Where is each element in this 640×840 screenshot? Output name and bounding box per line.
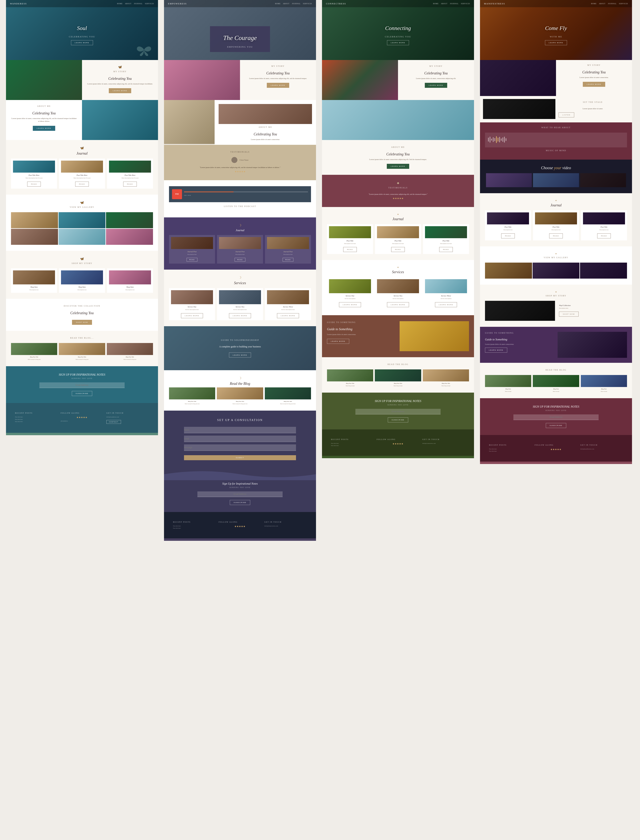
journal-card3-btn-col4[interactable]: READ — [597, 234, 611, 238]
newsletter-btn-col2[interactable]: SUBSCRIBE — [230, 500, 250, 505]
hero-section-col4: MANIFESTRESS HOME ABOUT JOURNAL SERVICES… — [480, 0, 632, 60]
journal-card3-btn-col3[interactable]: READ — [439, 247, 453, 252]
blog-item1-col3: Blog Post Title Short blog excerpt — [327, 370, 373, 387]
mystory-btn-col2[interactable]: LEARN MORE — [267, 83, 290, 88]
service-card1-btn-col3[interactable]: LEARN MORE — [339, 302, 361, 307]
journal-cards-col2: Journal Post Description here READ Journ… — [169, 235, 311, 264]
guide-btn-col2[interactable]: LEARN MORE — [229, 352, 251, 357]
footer-recent-text-col1: Post title herePost title herePost title… — [15, 416, 58, 423]
nav-about-col2[interactable]: ABOUT — [283, 3, 290, 5]
journal-card1-title-col2: Journal Post — [171, 251, 213, 253]
nav-services-col4[interactable]: SERVICES — [619, 3, 628, 5]
newsletter-input-col2[interactable] — [197, 491, 283, 497]
about-section-col2: About Me Celebrating You Lorem ipsum dol… — [164, 100, 316, 145]
shop-btn-col4[interactable]: SHOP NOW — [559, 312, 579, 317]
journal-cards-col4: Post Title Description text READ Post Ti… — [485, 210, 627, 240]
service-card3-btn-col2[interactable]: LEARN MORE — [277, 313, 299, 318]
service-card2-btn-col3[interactable]: LEARN MORE — [387, 302, 409, 307]
nav-journal-col2[interactable]: JOURNAL — [292, 3, 301, 5]
nav-home-col3[interactable]: HOME — [433, 3, 438, 5]
blog-section-col4: READ THE BLOG Blog Post Short excerpt Bl… — [480, 363, 632, 398]
hero-btn-col3[interactable]: LEARN MORE — [387, 40, 409, 45]
journal-card1-col2: Journal Post Description here READ — [169, 235, 215, 264]
nav-journal-col1[interactable]: JOURNAL — [134, 3, 142, 5]
nav-journal-col4[interactable]: JOURNAL — [608, 3, 616, 5]
video-thumb2-col4[interactable] — [533, 173, 579, 187]
nav-about-col1[interactable]: ABOUT — [125, 3, 131, 5]
guide-section-col4: GUIDE TO SOMETHING Guide to Something Lo… — [480, 327, 632, 363]
services-title-col2: Services — [169, 281, 311, 285]
music-btn-col4[interactable]: LISTEN — [558, 112, 574, 117]
hero-btn-col1[interactable]: LEARN MORE — [71, 40, 93, 45]
journal-card3-btn-col1[interactable]: READ — [123, 182, 137, 187]
footer-col1: Recent Posts Post title herePost title h… — [6, 403, 158, 433]
about-label-col3: ABOUT ME — [327, 146, 469, 148]
about-btn-col1[interactable]: LEARN MORE — [33, 126, 55, 131]
blog-img2-col1 — [59, 343, 105, 355]
nav-journal-col3[interactable]: JOURNAL — [450, 3, 458, 5]
blog-img3-col4 — [581, 375, 627, 387]
newsletter-btn-col3[interactable]: SUBSCRIBE — [388, 418, 408, 422]
guide-btn-col3[interactable]: LEARN MORE — [327, 339, 349, 344]
journal-card2-btn-col3[interactable]: READ — [391, 247, 405, 252]
nav-services-col2[interactable]: SERVICES — [303, 3, 312, 5]
footer-contact-text-col3: hello@connectress.com — [422, 442, 465, 445]
video-thumb3-col4[interactable] — [580, 173, 626, 187]
nav-about-col3[interactable]: ABOUT — [441, 3, 448, 5]
footer-contact-btn-col1[interactable]: CONTACT — [106, 420, 121, 424]
guide-btn-col4[interactable]: LEARN MORE — [485, 347, 507, 353]
journal-card1-btn-col3[interactable]: READ — [343, 247, 357, 252]
service-card1-btn-col2[interactable]: LEARN MORE — [181, 313, 203, 318]
newsletter-input-col4[interactable] — [514, 414, 598, 420]
shop-item-text-col4: Description here — [559, 307, 625, 309]
video-thumb1-col4[interactable] — [486, 173, 532, 187]
nav-home-col4[interactable]: HOME — [591, 3, 597, 5]
nav-bar-col4: MANIFESTRESS HOME ABOUT JOURNAL SERVICES — [480, 0, 632, 7]
journal-card1-title-col1: Post Title Here — [13, 174, 55, 176]
mystory-img-col1 — [6, 60, 82, 100]
newsletter-input-col3[interactable] — [355, 409, 441, 414]
journal-card2-btn-col2[interactable]: READ — [235, 258, 245, 262]
nav-services-col1[interactable]: SERVICES — [145, 3, 154, 5]
journal-section-col4: ✦ Journal Post Title Description text RE… — [480, 193, 632, 246]
consultation-message-col2[interactable] — [184, 445, 296, 451]
gallery-img2-col4 — [533, 262, 579, 278]
nav-about-col4[interactable]: ABOUT — [599, 3, 606, 5]
blog-row-col2: Blog Post Title Short excerpt for blog p… — [169, 387, 311, 405]
blog-text2-col2: Short excerpt for blog post two — [217, 403, 263, 405]
blog-label-col1: READ THE BLOG... — [11, 337, 153, 339]
about-section-col1: ABOUT ME Celebrating You Lorem ipsum dol… — [6, 100, 158, 140]
service-card2-text-col3: Service description — [377, 298, 419, 300]
journal-card3-btn-col2[interactable]: READ — [283, 258, 293, 262]
blog-text1-col3: Short blog excerpt — [327, 385, 373, 387]
mystory-btn-col4[interactable]: LEARN MORE — [583, 82, 605, 87]
discover-btn-col1[interactable]: SHOP NOW — [72, 320, 92, 325]
newsletter-input-col1[interactable] — [39, 382, 125, 388]
service-card2-text-col2: Service description here — [219, 309, 261, 311]
hero-btn-col4[interactable]: LEARN MORE — [545, 40, 567, 45]
mystory-btn-col3[interactable]: LEARN MORE — [425, 83, 447, 88]
journal-card2-btn-col4[interactable]: READ — [549, 234, 563, 238]
footer-recent-text-col2: Post title herePost title here — [173, 525, 216, 530]
nav-home-col1[interactable]: HOME — [117, 3, 123, 5]
journal-card2-btn-col1[interactable]: READ — [75, 182, 89, 187]
newsletter-btn-col4[interactable]: SUBSCRIBE — [546, 423, 566, 428]
blog-item3-col4: Blog Post Short excerpt — [581, 375, 627, 392]
mystory-title-col1: Celebrating You — [87, 77, 153, 81]
about-btn-col3[interactable]: LEARN MORE — [387, 164, 410, 169]
mystory-btn-col1[interactable]: LEARN MORE — [109, 88, 131, 93]
blog-title3-col2: Blog Post Title — [265, 401, 311, 402]
consultation-email-col2[interactable] — [184, 435, 296, 442]
nav-services-col3[interactable]: SERVICES — [461, 3, 470, 5]
journal-card1-btn-col2[interactable]: READ — [187, 258, 197, 262]
service-card2-btn-col2[interactable]: LEARN MORE — [229, 313, 251, 318]
journal-card1-btn-col4[interactable]: READ — [501, 234, 515, 238]
journal-card1-btn-col1[interactable]: READ — [27, 182, 41, 187]
newsletter-btn-col1[interactable]: SUBSCRIBE — [72, 391, 92, 396]
consultation-name-col2[interactable] — [184, 427, 296, 433]
nav-home-col2[interactable]: HOME — [275, 3, 281, 5]
service-card3-btn-col3[interactable]: LEARN MORE — [435, 302, 457, 307]
journal-card2-title-col3: Post Title — [377, 240, 419, 242]
hear-label-col4: WHAT TO HEAR ABOUT — [485, 126, 627, 129]
consultation-btn-col2[interactable]: SUBMIT — [184, 455, 296, 460]
